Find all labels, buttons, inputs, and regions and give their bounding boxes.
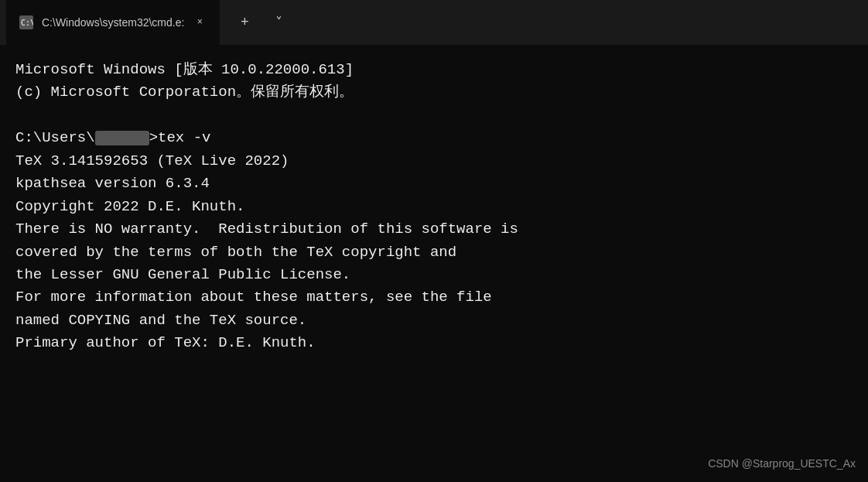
output-line-11: For more information about these matters… bbox=[15, 286, 853, 309]
output-line-1: Microsoft Windows [版本 10.0.22000.613] bbox=[15, 59, 853, 81]
output-line-9: covered by the terms of both the TeX cop… bbox=[15, 241, 853, 264]
terminal-window: C:\ C:\Windows\system32\cmd.e: × + ˅ Mic… bbox=[0, 0, 868, 482]
svg-text:C:\: C:\ bbox=[21, 19, 33, 27]
dropdown-button[interactable]: ˅ bbox=[263, 7, 294, 38]
title-bar-actions: + ˅ bbox=[220, 7, 294, 38]
new-tab-button[interactable]: + bbox=[229, 7, 260, 38]
output-line-6: kpathsea version 6.3.4 bbox=[15, 173, 853, 195]
output-line-8: There is NO warranty. Redistribution of … bbox=[15, 218, 853, 241]
cmd-icon: C:\ bbox=[19, 15, 34, 30]
terminal-tab[interactable]: C:\ C:\Windows\system32\cmd.e: × bbox=[6, 0, 220, 45]
output-line-10: the Lesser GNU General Public License. bbox=[15, 264, 853, 286]
output-line-12: named COPYING and the TeX source. bbox=[15, 309, 853, 332]
watermark: CSDN @Starprog_UESTC_Ax bbox=[708, 456, 856, 473]
output-line-2: (c) Microsoft Corporation。保留所有权利。 bbox=[15, 81, 853, 104]
output-line-5: TeX 3.141592653 (TeX Live 2022) bbox=[15, 150, 853, 173]
redacted-username bbox=[95, 131, 149, 145]
output-line-13: Primary author of TeX: D.E. Knuth. bbox=[15, 332, 853, 354]
output-line-7: Copyright 2022 D.E. Knuth. bbox=[15, 196, 853, 218]
output-line-3 bbox=[15, 104, 853, 127]
output-line-4: C:\Users\ >tex -v bbox=[15, 127, 853, 149]
tab-title: C:\Windows\system32\cmd.e: bbox=[42, 16, 184, 29]
terminal-body[interactable]: Microsoft Windows [版本 10.0.22000.613] (c… bbox=[0, 45, 868, 482]
tab-close-button[interactable]: × bbox=[192, 15, 207, 30]
title-bar: C:\ C:\Windows\system32\cmd.e: × + ˅ bbox=[0, 0, 868, 45]
